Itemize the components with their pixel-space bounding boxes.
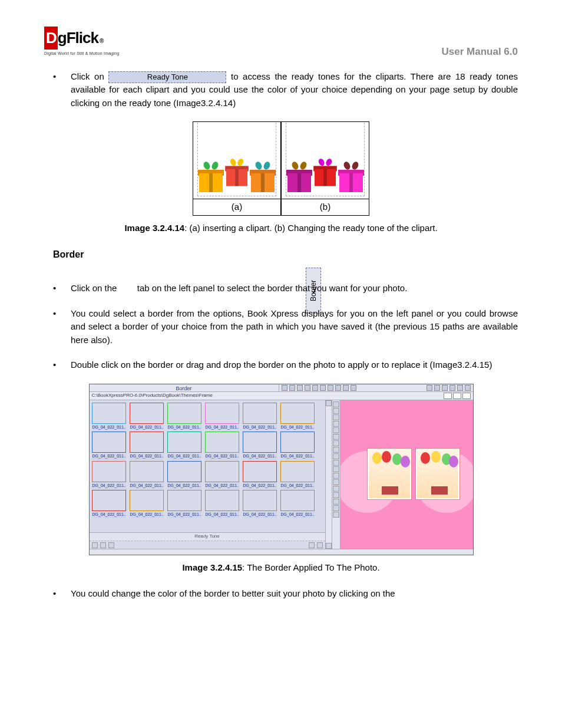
border-thumb[interactable]: DG_04_022_011.. <box>243 490 277 518</box>
border-thumb[interactable]: DG_04_022_011.. <box>280 403 315 431</box>
tool-icon[interactable] <box>333 499 339 505</box>
border-thumb[interactable]: DG_04_022_011.. <box>205 431 239 460</box>
tool-icon[interactable] <box>333 453 339 459</box>
border-thumb[interactable]: DG_04_022_011.. <box>130 403 164 431</box>
zoom-out-icon[interactable] <box>434 385 440 391</box>
toolbar-icon[interactable] <box>312 385 318 391</box>
scrollbar[interactable] <box>325 400 332 549</box>
canvas-preview[interactable] <box>340 400 473 549</box>
zoom-in-icon[interactable] <box>427 385 432 391</box>
border-thumb[interactable]: DG_04_022_011.. <box>167 403 201 431</box>
ready-tone-button[interactable]: Ready Tone <box>108 71 226 83</box>
bullet-list-1: Click on Ready Tone to access the ready … <box>44 70 518 110</box>
ss-panel-title: Border <box>90 384 279 391</box>
zoom-icon[interactable] <box>100 542 106 548</box>
tool-icon[interactable] <box>333 492 339 498</box>
border-thumb[interactable]: DG_04_022_011.. <box>280 490 315 518</box>
logo: DgFlick® Digital World for Still & Motio… <box>44 27 119 57</box>
scroll-up-icon[interactable] <box>326 400 332 406</box>
border-thumb[interactable]: DG_04_022_011.. <box>130 431 164 460</box>
border-thumb[interactable]: DG_04_022_011.. <box>130 490 164 518</box>
figure-b-label: (b) <box>282 199 369 215</box>
photo-right[interactable] <box>416 449 459 499</box>
scroll-down-icon[interactable] <box>326 543 332 549</box>
logo-reg: ® <box>100 37 103 45</box>
border-thumb[interactable]: DG_04_022_011.. <box>92 431 126 460</box>
header-right: User Manual 6.0 <box>442 44 518 60</box>
tool-icon[interactable] <box>333 434 339 440</box>
caption-strong: Image 3.2.4.15 <box>182 562 242 572</box>
toolbar-icon[interactable] <box>282 385 287 391</box>
filter-icon[interactable] <box>317 542 323 548</box>
tool-icon[interactable] <box>333 460 339 466</box>
tool-icon[interactable] <box>333 486 339 492</box>
tool-icon[interactable] <box>333 421 339 427</box>
bullet-list-3: You could change the color of the border… <box>44 587 518 601</box>
border-thumb[interactable]: DG_04_022_011.. <box>280 431 315 460</box>
border-thumb[interactable]: DG_04_022_011.. <box>243 461 277 489</box>
toolbar-icon[interactable] <box>457 385 463 391</box>
tool-icon[interactable] <box>333 466 339 472</box>
border-thumb[interactable]: DG_04_022_011.. <box>243 431 277 460</box>
text: tab on the left panel to select the bord… <box>137 283 408 293</box>
tool-icon[interactable] <box>333 512 339 518</box>
border-thumb[interactable]: DG_04_022_011.. <box>167 461 201 489</box>
border-thumb[interactable]: DG_04_022_011.. <box>280 461 315 489</box>
fit-icon[interactable] <box>442 385 448 391</box>
border-thumb[interactable]: DG_04_022_011.. <box>243 403 277 431</box>
figure-a-label: (a) <box>193 199 280 215</box>
ss-path-bar: C:\BookXpressPRO-6.0\Products\DgBook\The… <box>90 392 473 400</box>
figure-cell-b: (b) <box>281 121 369 216</box>
bullet-change-color: You could change the color of the border… <box>53 587 518 601</box>
figure-cell-a: (a) <box>193 121 281 216</box>
border-thumb[interactable]: DG_04_022_011.. <box>92 461 126 489</box>
tool-icon[interactable] <box>333 440 339 446</box>
toolbar-icon[interactable] <box>449 385 455 391</box>
border-thumb[interactable]: DG_04_022_011.. <box>92 490 126 518</box>
path-dropdown[interactable] <box>444 393 452 399</box>
toolbar-icon[interactable] <box>297 385 303 391</box>
tool-icon[interactable] <box>333 408 339 414</box>
toolbar-icon[interactable] <box>305 385 310 391</box>
tool-icon[interactable] <box>333 427 339 433</box>
ss-toolbar <box>279 384 473 391</box>
section-heading-border: Border <box>53 248 518 262</box>
caption-rest: : The Border Applied To The Photo. <box>242 562 380 572</box>
tool-icon[interactable] <box>333 401 339 407</box>
bullet-border-tab: Click on the tab on the left panel to se… <box>53 282 518 295</box>
border-thumb[interactable]: DG_04_022_011.. <box>205 490 239 518</box>
border-thumb[interactable]: DG_04_022_011.. <box>167 490 201 518</box>
toolbar-icon[interactable] <box>335 385 341 391</box>
tool-icon[interactable] <box>333 505 339 511</box>
ready-tone-row[interactable]: Ready Tone <box>90 533 325 541</box>
sort-icon[interactable] <box>309 542 315 548</box>
toolbar-icon[interactable] <box>320 385 326 391</box>
redo-icon[interactable] <box>351 385 356 391</box>
border-thumb[interactable]: DG_04_022_011.. <box>167 431 201 460</box>
ss-left-bottom: Ready Tone <box>90 532 325 549</box>
toolbar-icon[interactable] <box>465 385 471 391</box>
zoom-icon[interactable] <box>108 542 114 548</box>
toolbar-icon[interactable] <box>289 385 295 391</box>
photo-left[interactable] <box>368 449 411 499</box>
undo-icon[interactable] <box>343 385 349 391</box>
border-thumb[interactable]: DG_04_022_011.. <box>205 403 239 431</box>
toolbar-icon[interactable] <box>328 385 333 391</box>
ss-titlebar: Border <box>90 384 473 392</box>
tool-icon[interactable] <box>333 479 339 485</box>
border-thumb[interactable]: DG_04_022_011.. <box>130 461 164 489</box>
ss-path-text: C:\BookXpressPRO-6.0\Products\DgBook\The… <box>92 392 442 399</box>
browse-button[interactable] <box>453 393 461 399</box>
vertical-toolbox <box>332 400 340 549</box>
text: Click on <box>71 71 108 81</box>
tool-icon[interactable] <box>333 447 339 453</box>
ss-left-panel: DG_04_022_011.. DG_04_022_011.. DG_04_02… <box>90 400 325 549</box>
caption-3-2-4-15: Image 3.2.4.15: The Border Applied To Th… <box>44 561 518 575</box>
tool-icon[interactable] <box>333 414 339 420</box>
zoom-icon[interactable] <box>92 542 98 548</box>
border-thumb[interactable]: DG_04_022_011.. <box>205 461 239 489</box>
border-thumb[interactable]: DG_04_022_011.. <box>92 403 126 431</box>
refresh-icon[interactable] <box>462 393 471 399</box>
tool-icon[interactable] <box>333 473 339 479</box>
figure-3-2-4-14: (a) (b) <box>44 121 518 216</box>
